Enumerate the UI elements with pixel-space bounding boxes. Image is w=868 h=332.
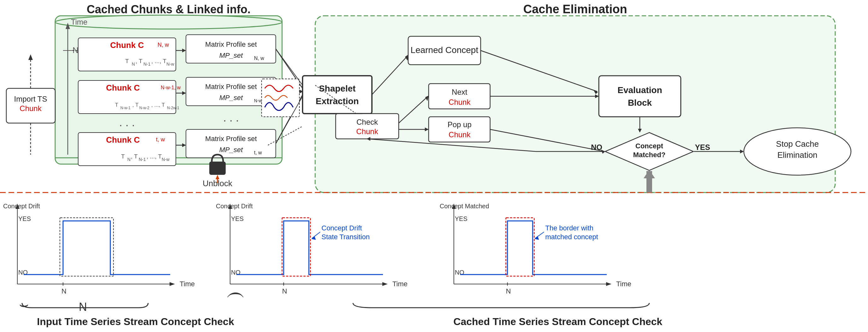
svg-marker-20: [28, 54, 33, 60]
svg-text:Import TS: Import TS: [14, 95, 47, 103]
svg-text:NO: NO: [591, 143, 602, 151]
svg-text:, ..., T: , ..., T: [151, 102, 165, 108]
svg-text:Time: Time: [393, 280, 407, 288]
svg-text:N: N: [132, 61, 135, 66]
svg-text:The border with: The border with: [545, 224, 593, 232]
svg-text:N-w: N-w: [162, 157, 170, 162]
svg-text:⏜: ⏜: [227, 290, 244, 312]
svg-text:, ..., T: , ..., T: [151, 58, 167, 64]
svg-text:⌣: ⌣: [19, 296, 29, 312]
svg-text:Matrix Profile set: Matrix Profile set: [205, 135, 257, 143]
svg-marker-122: [216, 175, 219, 179]
svg-rect-76: [261, 79, 300, 117]
svg-text:Block: Block: [628, 98, 652, 108]
svg-text:Stop Cache: Stop Cache: [776, 139, 819, 149]
svg-text:Cache Elimination: Cache Elimination: [523, 2, 627, 16]
svg-text:N-1: N-1: [139, 157, 146, 162]
svg-text:Pop up: Pop up: [447, 120, 471, 129]
svg-text:, T: , T: [132, 102, 139, 108]
svg-rect-134: [60, 218, 114, 276]
svg-text:YES: YES: [695, 143, 710, 151]
svg-text:Extraction: Extraction: [316, 96, 359, 106]
svg-text:Concept Drift: Concept Drift: [216, 203, 253, 210]
svg-text:Concept Matched: Concept Matched: [440, 203, 489, 210]
svg-text:Cached Chunks & Linked info.: Cached Chunks & Linked info.: [87, 3, 251, 16]
svg-text:Matrix Profile set: Matrix Profile set: [205, 83, 257, 90]
svg-text:Input  Time Series Stream Conc: Input Time Series Stream Concept Check: [37, 316, 234, 327]
svg-text:N-w-1: N-w-1: [120, 106, 130, 110]
svg-text:t, w: t, w: [254, 150, 262, 155]
svg-text:Concept Drift: Concept Drift: [3, 203, 40, 210]
svg-text:Concept: Concept: [636, 142, 663, 150]
svg-text:Chunk: Chunk: [448, 98, 471, 106]
svg-text:Next: Next: [452, 88, 467, 96]
svg-text:Concept Drift: Concept Drift: [321, 224, 362, 232]
svg-text:N: N: [79, 300, 87, 313]
svg-rect-119: [209, 162, 226, 175]
svg-text:YES: YES: [18, 215, 31, 222]
diagram-container: Cached Chunks & Linked info. Cache Elimi…: [0, 0, 868, 332]
svg-text:N, w: N, w: [158, 42, 169, 48]
svg-text:N-w-1, w: N-w-1, w: [161, 85, 181, 90]
svg-text:N: N: [506, 287, 511, 295]
svg-text:Chunk: Chunk: [20, 104, 41, 113]
svg-text:Matrix Profile set: Matrix Profile set: [205, 40, 257, 48]
svg-marker-142: [382, 282, 388, 286]
svg-text:. . .: . . .: [223, 111, 239, 124]
svg-rect-73: [303, 76, 372, 114]
svg-text:. . .: . . .: [119, 116, 135, 129]
svg-text:Time: Time: [616, 280, 631, 288]
svg-text:Check: Check: [356, 118, 378, 126]
svg-rect-147: [282, 218, 310, 276]
svg-text:Chunk: Chunk: [356, 127, 378, 136]
svg-text:N, w: N, w: [254, 56, 264, 61]
svg-text:Evaluation: Evaluation: [617, 85, 662, 95]
svg-text:N: N: [282, 287, 287, 295]
svg-text:, T: , T: [135, 58, 143, 64]
svg-text:MP_set: MP_set: [219, 94, 243, 102]
svg-text:YES: YES: [231, 215, 244, 222]
svg-marker-129: [169, 282, 175, 286]
svg-rect-163: [506, 218, 534, 276]
svg-text:N-1: N-1: [144, 61, 151, 66]
svg-text:YES: YES: [455, 215, 467, 222]
svg-text:N-w-2: N-w-2: [139, 106, 149, 110]
svg-marker-158: [606, 282, 612, 286]
svg-text:Chunk C: Chunk C: [106, 135, 140, 144]
svg-text:N-2w-1: N-2w-1: [167, 106, 179, 110]
svg-text:Chunk C: Chunk C: [110, 40, 144, 50]
svg-text:matched concept: matched concept: [545, 233, 598, 241]
svg-text:Time: Time: [180, 280, 195, 288]
svg-text:MP_set: MP_set: [219, 146, 243, 154]
svg-text:, ..., T: , ..., T: [147, 153, 162, 160]
svg-rect-95: [599, 76, 681, 117]
svg-text:T: T: [115, 102, 118, 108]
svg-text:Matched?: Matched?: [633, 151, 665, 159]
svg-text:Cached Time Series Stream Conc: Cached Time Series Stream Concept Check: [454, 316, 662, 327]
svg-text:MP_set: MP_set: [219, 51, 243, 59]
svg-text:Learned Concept: Learned Concept: [411, 45, 478, 55]
svg-text:N: N: [61, 287, 66, 295]
svg-text:T: T: [125, 58, 129, 64]
svg-text:State Transition: State Transition: [321, 233, 370, 241]
svg-text:N: N: [127, 157, 130, 162]
svg-text:N-w: N-w: [166, 61, 175, 66]
svg-text:, T: , T: [131, 153, 138, 160]
svg-text:t, w: t, w: [156, 136, 165, 143]
svg-text:T: T: [121, 153, 125, 160]
svg-text:Time: Time: [71, 18, 87, 26]
svg-text:Chunk C: Chunk C: [106, 83, 140, 92]
svg-point-1: [55, 15, 282, 29]
svg-text:Chunk: Chunk: [448, 130, 471, 139]
svg-text:Elimination: Elimination: [777, 150, 817, 160]
